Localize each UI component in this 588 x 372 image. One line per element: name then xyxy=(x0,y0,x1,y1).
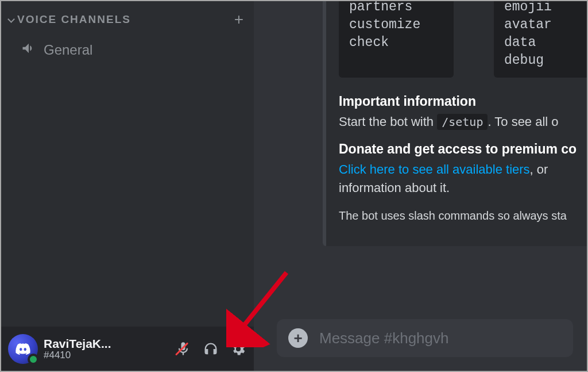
user-info[interactable]: RaviTejaK... #4410 xyxy=(44,337,169,361)
embed-info-suffix: . To see all o xyxy=(488,114,558,129)
message-composer: + xyxy=(254,319,587,371)
command-item: check xyxy=(349,34,443,52)
message-input[interactable] xyxy=(319,329,562,347)
user-discriminator: #4410 xyxy=(44,350,169,361)
user-panel: RaviTejaK... #4410 xyxy=(1,327,254,371)
embed-footer-note: The bot uses slash commands so always st… xyxy=(339,208,587,224)
command-item: debug xyxy=(504,52,587,70)
embed-donate-line2: information about it. xyxy=(339,181,450,195)
embed-info-prefix: Start the bot with xyxy=(339,114,437,129)
user-settings-button[interactable] xyxy=(230,340,247,358)
command-item: data xyxy=(504,34,587,52)
composer-inner[interactable]: + xyxy=(277,319,573,357)
user-avatar[interactable] xyxy=(8,334,38,364)
channel-sidebar: VOICE CHANNELS + General xyxy=(1,1,254,327)
status-online-icon xyxy=(28,354,39,365)
user-actions xyxy=(175,340,247,358)
embed-info-line: Start the bot with /setup. To see all o xyxy=(339,113,587,131)
command-item: customize xyxy=(349,16,443,34)
speaker-icon xyxy=(21,40,37,60)
command-column-1: support partners customize check xyxy=(339,1,454,78)
command-item: partners xyxy=(349,1,443,16)
command-item: emojii xyxy=(504,1,587,16)
command-columns: support partners customize check invite … xyxy=(339,1,587,78)
attach-button[interactable]: + xyxy=(288,328,308,348)
command-column-2: invite emojii avatar data debug xyxy=(494,1,587,78)
embed-heading-donate: Donate and get access to premium co xyxy=(339,141,587,157)
category-toggle[interactable]: VOICE CHANNELS xyxy=(7,13,131,26)
bot-embed: support partners customize check invite … xyxy=(323,1,587,246)
voice-channels-category[interactable]: VOICE CHANNELS + xyxy=(1,6,254,33)
chat-area: support partners customize check invite … xyxy=(254,1,587,371)
embed-donate-line: Click here to see all available tiers, o… xyxy=(339,160,587,197)
voice-channel-general[interactable]: General xyxy=(6,34,249,66)
chevron-down-icon xyxy=(7,15,16,24)
category-label: VOICE CHANNELS xyxy=(17,13,131,26)
message-list[interactable]: support partners customize check invite … xyxy=(254,1,587,319)
username: RaviTejaK... xyxy=(44,337,169,350)
embed-donate-suffix: , or xyxy=(530,162,548,177)
add-channel-button[interactable]: + xyxy=(234,11,243,28)
channel-name: General xyxy=(44,42,92,58)
command-item: avatar xyxy=(504,16,587,34)
inline-code: /setup xyxy=(437,114,488,130)
deafen-button[interactable] xyxy=(202,340,219,358)
donate-tiers-link[interactable]: Click here to see all available tiers xyxy=(339,162,530,177)
mute-mic-button[interactable] xyxy=(175,340,192,358)
embed-heading-info: Important information xyxy=(339,94,587,109)
